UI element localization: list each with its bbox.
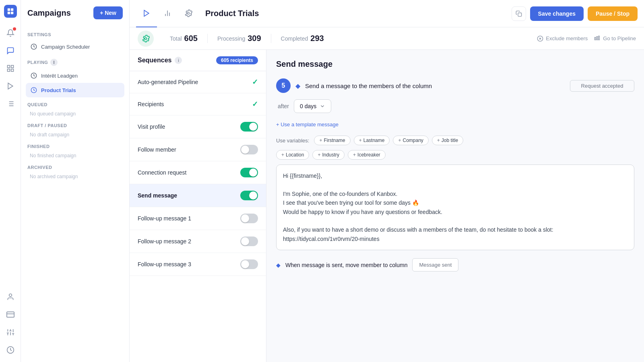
sidebar-item-interet-leadgen[interactable]: Intérêt Leadgen: [26, 68, 124, 83]
user-profile-icon[interactable]: [3, 290, 18, 304]
archived-empty: No archived campaign: [26, 172, 124, 181]
sequences-panel: Sequences i 605 recipients Auto-generate…: [130, 50, 266, 362]
days-select[interactable]: 0 days: [294, 99, 331, 113]
notification-icon[interactable]: [3, 26, 18, 40]
pause-stop-button[interactable]: Pause / Stop: [588, 6, 638, 21]
follow-member-label: Follow member: [138, 146, 176, 153]
main-content: Product Trials Save changes Pause / Stop…: [130, 0, 644, 362]
scheduler-icon: [30, 43, 38, 51]
clock-nav-icon[interactable]: [3, 343, 18, 357]
copy-button[interactable]: [512, 6, 526, 21]
settings-filter-icon[interactable]: [3, 325, 18, 339]
variables-label: Use variables:: [276, 138, 309, 144]
step-description: Send a message to the members of the col…: [305, 82, 565, 89]
sequence-item-follow-member[interactable]: Follow member: [130, 138, 266, 161]
billing-icon[interactable]: [3, 307, 18, 322]
svg-marker-8: [8, 83, 13, 89]
var-lastname[interactable]: + Lastname: [354, 136, 390, 145]
when-sent-row: ◆ When message is sent, move member to c…: [276, 258, 634, 272]
total-label: Total: [170, 35, 182, 42]
stats-bar: Total 605 Processing 309 Completed 293 E…: [130, 27, 644, 50]
list-icon[interactable]: [3, 97, 18, 111]
svg-rect-16: [6, 312, 14, 317]
sequence-item-connection-request[interactable]: Connection request: [130, 161, 266, 184]
stat-completed: Completed 293: [271, 34, 334, 43]
svg-rect-42: [597, 36, 598, 40]
save-changes-button[interactable]: Save changes: [530, 6, 584, 21]
connection-request-toggle[interactable]: [240, 168, 258, 177]
step-diamond-icon: ◆: [295, 82, 300, 90]
sequence-item-followup-3[interactable]: Follow-up message 3: [130, 253, 266, 276]
stats-gear-icon: [138, 31, 154, 47]
step-number: 5: [276, 78, 291, 93]
app-logo[interactable]: [4, 5, 17, 18]
sidebar-title: Campaigns: [27, 8, 71, 18]
follow-member-toggle[interactable]: [240, 145, 258, 154]
chat-icon[interactable]: [3, 43, 18, 58]
svg-point-37: [145, 37, 147, 39]
detail-title: Send message: [276, 60, 634, 69]
auto-pipeline-label: Auto-generated Pipeline: [138, 79, 198, 85]
sequences-title: Sequences: [138, 57, 171, 64]
var-company[interactable]: + Company: [393, 136, 428, 145]
detail-panel: Send message 5 ◆ Send a message to the m…: [266, 50, 644, 362]
finished-empty: No finished campaign: [26, 151, 124, 160]
template-link[interactable]: + Use a template message: [276, 121, 339, 128]
tab-chart[interactable]: [157, 0, 178, 27]
campaigns-play-icon[interactable]: [3, 79, 18, 93]
sequence-item-auto-pipeline[interactable]: Auto-generated Pipeline ✓: [130, 71, 266, 93]
when-sent-label: When message is sent, move member to col…: [285, 262, 407, 268]
svg-rect-5: [11, 66, 13, 68]
sidebar-item-product-trials[interactable]: Product Trials: [26, 83, 124, 97]
sequence-item-recipients[interactable]: Recipients ✓: [130, 93, 266, 115]
svg-rect-7: [11, 69, 13, 72]
product-trials-label: Product Trials: [41, 87, 76, 93]
playing-info-icon: i: [50, 59, 58, 66]
new-campaign-button[interactable]: + New: [93, 6, 123, 19]
followup-3-toggle[interactable]: [240, 259, 258, 269]
queued-section-label: QUEUED: [27, 102, 123, 107]
tab-play[interactable]: [136, 0, 157, 27]
visit-profile-toggle[interactable]: [240, 122, 258, 132]
send-message-toggle[interactable]: [240, 191, 258, 200]
sequence-item-send-message[interactable]: Send message: [130, 184, 266, 207]
var-location[interactable]: + Location: [276, 150, 309, 160]
svg-rect-1: [10, 8, 13, 11]
campaign-title: Product Trials: [205, 9, 512, 18]
sequence-item-visit-profile[interactable]: Visit profile: [130, 115, 266, 138]
svg-rect-2: [7, 12, 10, 14]
step-tag: Request accepted: [570, 80, 634, 92]
step-row: 5 ◆ Send a message to the members of the…: [276, 78, 634, 93]
var-industry[interactable]: + Industry: [312, 150, 345, 160]
settings-section-label: SETTINGS: [27, 32, 123, 37]
when-sent-diamond-icon: ◆: [276, 262, 281, 268]
followup-2-toggle[interactable]: [240, 237, 258, 246]
followup-2-label: Follow-up message 2: [138, 238, 191, 245]
product-trials-icon: [30, 86, 38, 94]
scheduler-label: Campaign Scheduler: [41, 44, 90, 50]
exclude-label: Exclude members: [546, 35, 588, 41]
sequence-item-followup-1[interactable]: Follow-up message 1: [130, 207, 266, 230]
column-tag: Message sent: [412, 258, 458, 272]
left-nav: [0, 0, 21, 362]
sequence-item-followup-2[interactable]: Follow-up message 2: [130, 230, 266, 253]
finished-section-label: FINISHED: [27, 144, 123, 149]
dashboard-icon[interactable]: [3, 61, 18, 76]
sidebar-item-campaign-scheduler[interactable]: Campaign Scheduler: [26, 39, 124, 54]
svg-rect-36: [518, 13, 522, 16]
variables-row-2: + Location + Industry + Icebreaker: [276, 150, 634, 160]
svg-point-35: [188, 12, 190, 14]
connection-request-label: Connection request: [138, 169, 186, 176]
exclude-members-button[interactable]: Exclude members: [537, 35, 588, 42]
var-icebreaker[interactable]: + Icebreaker: [348, 150, 386, 160]
followup-1-toggle[interactable]: [240, 214, 258, 223]
recipients-check: ✓: [252, 100, 258, 109]
message-body[interactable]: Hi {{firstname}}, I'm Sophie, one of the…: [276, 165, 634, 250]
var-firstname[interactable]: + Firstname: [314, 136, 350, 145]
stat-processing: Processing 309: [208, 34, 271, 43]
send-message-label: Send message: [138, 192, 177, 199]
tab-settings[interactable]: [178, 0, 199, 27]
go-to-pipeline-button[interactable]: Go to Pipeline: [594, 35, 636, 42]
variables-row-1: Use variables: + Firstname + Lastname + …: [276, 136, 634, 145]
var-jobtitle[interactable]: + Job title: [432, 136, 463, 145]
